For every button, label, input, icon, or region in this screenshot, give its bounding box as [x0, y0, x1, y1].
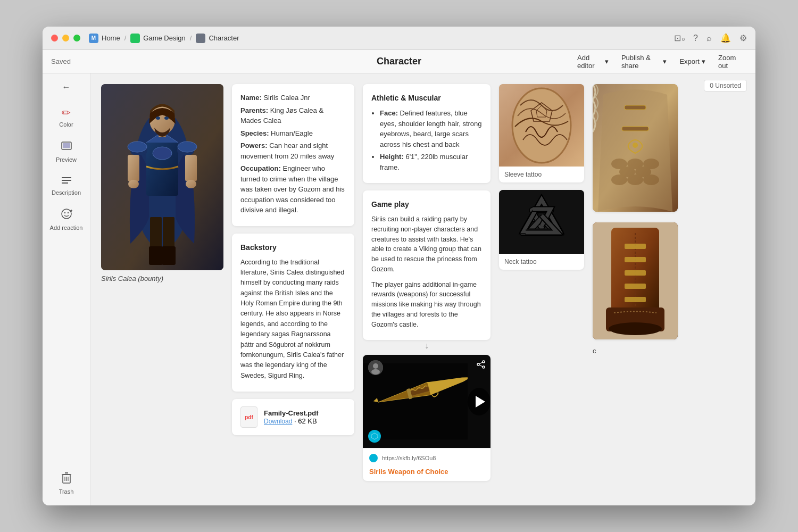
species-label: Species:: [240, 129, 269, 137]
video-thumbnail[interactable]: [363, 355, 491, 448]
maximize-button[interactable]: [73, 35, 80, 41]
device-icon[interactable]: ⊡0: [674, 33, 685, 43]
page-title: Character: [377, 56, 421, 66]
svg-rect-80: [625, 257, 646, 262]
settings-icon[interactable]: ⚙: [739, 33, 747, 43]
sidebar-item-preview[interactable]: Preview: [47, 135, 86, 167]
add-reaction-label: Add reaction: [50, 225, 83, 231]
svg-point-40: [373, 363, 378, 369]
boots-image: [593, 222, 678, 339]
boots-label: c: [593, 347, 678, 355]
species-value: Human/Eagle: [271, 129, 313, 137]
character-caption: Siriis Calea (bounty): [101, 275, 223, 282]
mid-column: Athletic & Muscular Face: Defined featur…: [363, 84, 491, 481]
breadcrumb-sep-2: /: [190, 34, 192, 42]
pdf-info: Family-Crest.pdf Download · 62 KB: [264, 409, 319, 425]
share-icon[interactable]: [477, 360, 485, 370]
svg-point-66: [633, 143, 638, 148]
content-area: 0 Unsorted: [90, 73, 755, 505]
svg-point-34: [156, 117, 160, 120]
home-icon: M: [89, 34, 98, 43]
titlebar: M Home / Game Design / Character ⊡0 ? ⌕ …: [43, 27, 755, 50]
unsorted-badge: 0 Unsorted: [704, 80, 747, 92]
sleeve-tattoo-label: Sleeve tattoo: [499, 167, 584, 182]
search-icon[interactable]: ⌕: [706, 34, 712, 43]
color-icon: ✏: [62, 106, 71, 119]
svg-point-35: [164, 117, 169, 120]
svg-point-42: [483, 361, 485, 363]
pdf-attachment: pdf Family-Crest.pdf Download · 62 KB: [232, 399, 354, 435]
main-window: M Home / Game Design / Character ⊡0 ? ⌕ …: [43, 27, 755, 505]
character-breadcrumb-label: Character: [209, 34, 239, 42]
neck-tattoo-card: Neck tattoo: [499, 190, 584, 270]
breadcrumb-character[interactable]: Character: [196, 34, 239, 43]
svg-point-6: [64, 212, 65, 213]
zoom-out-button[interactable]: Zoom out: [714, 52, 747, 72]
occupation-label: Occupation:: [240, 164, 281, 172]
sidebar-item-color[interactable]: ✏ Color: [47, 101, 86, 133]
svg-point-43: [477, 363, 479, 365]
trash-button[interactable]: Trash: [47, 467, 86, 499]
cloak-image: [593, 84, 678, 212]
video-url: https://skfb.ly/6SOu8: [382, 455, 436, 461]
export-button[interactable]: Export ▾: [675, 55, 710, 68]
svg-rect-79: [625, 244, 646, 249]
play-button[interactable]: [468, 388, 491, 415]
gameplay-text2: The player gains additional in-game rewa…: [371, 280, 482, 330]
svg-rect-65: [622, 127, 649, 131]
svg-point-74: [643, 174, 659, 185]
bell-icon[interactable]: 🔔: [720, 33, 731, 43]
character-icon: [196, 34, 205, 43]
svg-point-73: [627, 174, 643, 185]
svg-point-31: [186, 180, 196, 188]
svg-point-7: [67, 212, 68, 213]
home-label: Home: [102, 34, 120, 42]
main-area: ← ✏ Color Preview: [43, 73, 755, 505]
add-editor-button[interactable]: Add editor ▾: [573, 52, 613, 72]
pdf-size-label: · 62 KB: [292, 417, 317, 425]
backstory-title: Backstory: [240, 242, 346, 253]
sidebar-item-description[interactable]: Description: [47, 169, 86, 201]
height-label: Height:: [380, 153, 404, 161]
help-icon[interactable]: ?: [693, 34, 698, 43]
appearance-title: Athletic & Muscular: [371, 93, 482, 104]
breadcrumb-game-design[interactable]: Game Design: [130, 34, 185, 43]
breadcrumb-home[interactable]: M Home: [89, 34, 120, 43]
description-icon: [61, 175, 72, 187]
svg-point-23: [153, 147, 172, 160]
neck-tattoo-image: [499, 190, 584, 254]
svg-rect-1: [63, 143, 70, 148]
breadcrumb-sep-1: /: [124, 34, 127, 42]
svg-point-44: [483, 366, 485, 368]
breadcrumb: M Home / Game Design / Character: [89, 34, 674, 43]
video-card[interactable]: https://skfb.ly/6SOu8 Siriis Weapon of C…: [363, 355, 491, 481]
neck-tattoo-label: Neck tattoo: [499, 254, 584, 270]
traffic-lights: [51, 35, 80, 41]
game-design-icon: [130, 34, 140, 43]
svg-point-41: [371, 369, 380, 375]
tattoo-column: Sleeve tattoo: [499, 84, 584, 270]
minimize-button[interactable]: [62, 35, 69, 41]
publish-share-button[interactable]: Publish & share ▾: [617, 52, 671, 72]
svg-rect-82: [625, 284, 646, 289]
svg-rect-28: [128, 155, 139, 181]
backstory-text: According to the traditional literature,…: [240, 257, 346, 381]
pdf-download-link[interactable]: Download: [264, 418, 292, 425]
svg-rect-29: [185, 155, 197, 181]
svg-rect-20: [149, 246, 163, 265]
name-value: Siriis Calea Jnr: [263, 94, 310, 102]
svg-line-45: [479, 362, 483, 364]
preview-icon: [61, 140, 72, 154]
video-title[interactable]: Siriis Weapon of Choice: [363, 468, 491, 481]
sidebar-back-button[interactable]: ←: [57, 80, 76, 95]
boots-column: c: [593, 84, 678, 355]
saved-label: Saved: [51, 57, 71, 65]
basic-info-card: Name: Siriis Calea Jnr Parents: King Jøs…: [232, 84, 354, 226]
close-button[interactable]: [51, 35, 58, 41]
svg-point-27: [178, 142, 197, 152]
canvas: Siriis Calea (bounty) Name: Siriis Calea…: [101, 84, 745, 495]
titlebar-icons: ⊡0 ? ⌕ 🔔 ⚙: [674, 33, 747, 43]
sidebar-item-add-reaction[interactable]: Add reaction: [47, 203, 86, 235]
appearance-list: Face: Defined features, blue eyes, shoul…: [371, 108, 482, 172]
pdf-filename: Family-Crest.pdf: [264, 409, 319, 417]
